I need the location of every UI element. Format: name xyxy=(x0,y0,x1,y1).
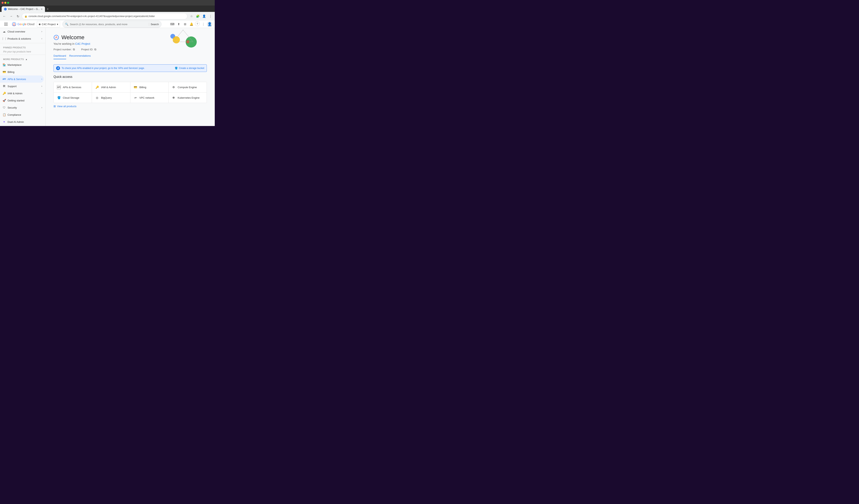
avatar-btn[interactable]: 👤 xyxy=(207,21,212,27)
qa-iam-icon: 🔑 xyxy=(95,85,99,89)
address-bar-row: ← → ↻ 🔒 console.cloud.google.com/welcome… xyxy=(0,12,215,20)
project-selector-label: C4C Project xyxy=(42,23,56,26)
qa-compute-label: Compute Engine xyxy=(178,86,197,89)
apis-services-icon: API xyxy=(2,77,6,81)
sidebar-item-compliance[interactable]: 📋 Compliance 📌 xyxy=(0,111,44,118)
sidebar-item-billing[interactable]: 💳 Billing 📌 xyxy=(0,68,44,76)
refresh-btn[interactable]: ↻ xyxy=(15,14,20,19)
window-controls xyxy=(2,2,9,4)
bookmark-btn[interactable]: ☆ xyxy=(189,14,194,19)
quick-access-billing[interactable]: 💳 Billing xyxy=(130,82,168,92)
project-link[interactable]: C4C Project xyxy=(75,42,90,45)
upload-btn[interactable]: ⬆ xyxy=(176,21,181,27)
sidebar-item-duet-ai[interactable]: ✦ Duet AI Admin 📌 xyxy=(0,118,44,125)
more-section-collapse[interactable]: ▲ xyxy=(25,58,28,60)
sidebar-compliance-label: Compliance xyxy=(7,113,37,116)
welcome-area: Welcome You're working in C4C Project Pr… xyxy=(46,28,215,64)
profile-btn[interactable]: 👤 xyxy=(201,14,207,19)
terminal-btn[interactable]: ⌨ xyxy=(169,21,175,27)
project-id-copy-btn[interactable]: ⧉ xyxy=(94,48,96,51)
address-field[interactable]: 🔒 console.cloud.google.com/welcome?hl=en… xyxy=(22,13,187,19)
sidebar-security-label: Security xyxy=(7,106,35,109)
topbar-action-icons: ⌨ ⬆ ⊞ 🔔 ? ⋮ 👤 xyxy=(169,21,212,27)
tab-favicon xyxy=(4,8,7,11)
hamburger-icon xyxy=(4,24,8,25)
quick-access-iam-admin[interactable]: 🔑 IAM & Admin xyxy=(92,82,130,92)
view-btn[interactable]: ⊞ xyxy=(182,21,188,27)
search-button[interactable]: Search xyxy=(149,23,159,26)
sidebar-item-apis-services[interactable]: API APIs & Services 📌 › xyxy=(0,76,44,82)
active-tab[interactable]: Welcome – C4C Project – G... × xyxy=(2,6,45,12)
quick-access-grid: API APIs & Services 🔑 IAM & Admin 💳 Bill… xyxy=(54,82,207,103)
qa-billing-label: Billing xyxy=(139,86,146,89)
quick-access-cloud-storage[interactable]: 🪣 Cloud Storage xyxy=(54,92,92,103)
quick-access-vpc-network[interactable]: ⇌ VPC network xyxy=(130,92,168,103)
app-wrapper: Google Cloud ◉ C4C Project ▾ 🔍 Search (/… xyxy=(0,20,215,126)
billing-icon: 💳 xyxy=(2,70,6,74)
quick-access-apis-services[interactable]: API APIs & Services xyxy=(54,82,92,92)
notifications-btn[interactable]: 🔔 xyxy=(189,21,194,27)
sidebar-cloud-overview-label: Cloud overview xyxy=(7,30,40,33)
more-options-btn[interactable]: ⋮ xyxy=(200,21,206,27)
maximize-window-btn[interactable] xyxy=(7,2,9,4)
qa-storage-icon: 🪣 xyxy=(57,96,61,100)
notification-banner: 4 To check your APIs enabled in your pro… xyxy=(54,64,207,72)
qa-vpc-icon: ⇌ xyxy=(134,96,137,100)
products-solutions-icon: ⋮⋮ xyxy=(2,37,6,41)
sidebar-item-products-solutions[interactable]: ⋮⋮ Products & solutions › xyxy=(0,35,44,42)
search-bar[interactable]: 🔍 Search (/) for resources, docs, produc… xyxy=(62,20,162,28)
browser-settings-btn[interactable]: ⋮ xyxy=(208,14,213,19)
notification-text: To check your APIs enabled in your proje… xyxy=(62,67,173,70)
project-number-item: Project number: ⧉ xyxy=(54,48,75,51)
help-btn[interactable]: ? xyxy=(195,21,200,26)
sidebar-item-anthos[interactable]: △ Anthos 📌 › xyxy=(0,125,44,126)
new-tab-btn[interactable]: + xyxy=(45,6,50,12)
project-number-label: Project number: xyxy=(54,48,72,51)
back-btn[interactable]: ← xyxy=(2,14,7,19)
svg-point-6 xyxy=(54,35,58,40)
tab-close-btn[interactable]: × xyxy=(41,7,43,11)
project-selector[interactable]: ◉ C4C Project ▾ xyxy=(37,21,60,27)
close-window-btn[interactable] xyxy=(2,2,3,4)
extensions-btn[interactable]: 🧩 xyxy=(195,14,200,19)
welcome-title: Welcome xyxy=(61,34,85,41)
tab-title: Welcome – C4C Project – G... xyxy=(8,8,40,11)
tab-dashboard[interactable]: Dashboard xyxy=(54,54,66,59)
sidebar-item-cloud-overview[interactable]: ☁ Cloud overview › xyxy=(0,28,44,35)
tab-recommendations[interactable]: Recommendations xyxy=(69,54,91,59)
sidebar-iam-admin-label: IAM & Admin xyxy=(7,92,35,95)
sidebar-item-security[interactable]: 🛡 Security 📌 › xyxy=(0,104,44,111)
sidebar-item-marketplace[interactable]: 🏪 Marketplace 📌 xyxy=(0,61,44,68)
notification-badge: 4 xyxy=(56,66,60,70)
browser-toolbar-right: ☆ 🧩 👤 ⋮ xyxy=(189,14,213,19)
qa-apis-icon: API xyxy=(57,85,61,89)
qa-storage-label: Cloud Storage xyxy=(63,96,79,99)
search-label: Search xyxy=(151,23,159,26)
minimize-window-btn[interactable] xyxy=(4,2,6,4)
sidebar-item-getting-started[interactable]: 🚀 Getting started 📌 xyxy=(0,97,44,104)
qa-bigquery-label: BigQuery xyxy=(101,96,112,99)
project-meta: Project number: ⧉ Project ID: ⧉ xyxy=(54,48,207,51)
sidebar-item-iam-admin[interactable]: 🔑 IAM & Admin 📌 › xyxy=(0,90,44,97)
main-content: Welcome You're working in C4C Project Pr… xyxy=(46,28,215,126)
pinned-hint: Pin your top products here xyxy=(0,49,45,54)
more-section-header: MORE PRODUCTS ▲ xyxy=(0,56,45,61)
forward-btn[interactable]: → xyxy=(8,14,14,19)
app-container: ☁ Cloud overview › ⋮⋮ Products & solutio… xyxy=(0,28,215,126)
project-number-copy-btn[interactable]: ⧉ xyxy=(73,48,75,51)
sidebar-support-label: Support xyxy=(7,85,35,88)
sidebar-products-solutions-label: Products & solutions xyxy=(7,37,40,40)
search-icon: 🔍 xyxy=(65,22,69,26)
sidebar-marketplace-label: Marketplace xyxy=(7,63,37,66)
google-cloud-text: Google Cloud xyxy=(17,22,34,26)
top-bar: Google Cloud ◉ C4C Project ▾ 🔍 Search (/… xyxy=(0,20,215,28)
google-cloud-logo: Google Cloud xyxy=(12,22,34,26)
marketplace-icon: 🏪 xyxy=(2,63,6,66)
quick-access-bigquery[interactable]: ◎ BigQuery xyxy=(92,92,130,103)
notification-action-btn[interactable]: 🪣 Create a storage bucket xyxy=(175,67,204,70)
quick-access-kubernetes-engine[interactable]: ☸ Kubernetes Engine xyxy=(169,92,207,103)
menu-toggle-btn[interactable] xyxy=(2,20,10,28)
view-all-products-link[interactable]: ⊞ View all products xyxy=(54,105,207,108)
sidebar-item-support[interactable]: 🛠 Support 📌 › xyxy=(0,82,44,90)
quick-access-compute-engine[interactable]: ⚙ Compute Engine xyxy=(169,82,207,92)
